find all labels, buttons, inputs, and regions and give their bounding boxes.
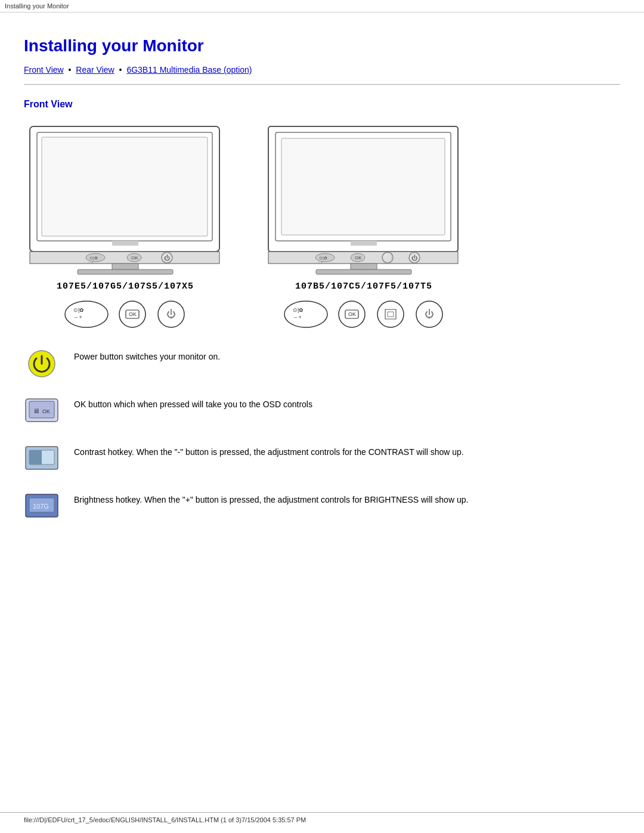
svg-text:🖥: 🖥 [33, 407, 39, 414]
svg-text:⊙|✿: ⊙|✿ [89, 256, 98, 261]
power-button-icon [27, 349, 57, 379]
monitor-1-buttons: ⊙|✿ – + OK ⏻ [63, 298, 188, 330]
feature-text-ok: OK button which when pressed will take y… [74, 396, 312, 411]
nav-link-rear-view[interactable]: Rear View [76, 65, 114, 75]
svg-text:– +: – + [318, 261, 323, 264]
feature-row-brightness: 107G Brightness hotkey. When the "+" but… [24, 491, 620, 522]
section-divider [24, 84, 620, 85]
features-list: Power button switches your monitor on. 🖥… [24, 348, 620, 522]
monitor2-button3-icon [374, 298, 407, 330]
monitor1-button1-icon: ⊙|✿ – + [63, 298, 110, 330]
svg-text:⏻: ⏻ [164, 255, 170, 261]
browser-tab: Installing your Monitor [0, 0, 644, 13]
svg-rect-24 [281, 138, 445, 235]
svg-text:OK: OK [348, 311, 356, 317]
monitor-2-label: 107B5/107C5/107F5/107T5 [295, 281, 432, 292]
svg-text:⬜: ⬜ [385, 254, 392, 262]
monitor-2-diagram: ⊙|✿ – + OK ⬜ ⏻ 107B5/107C5/107F5/107T5 [262, 122, 465, 330]
power-button-icon-container [24, 348, 60, 379]
contrast-button-icon-container [24, 444, 60, 475]
monitor-1-image: ⊙|✿ – + OK ⏻ [24, 122, 227, 277]
svg-text:OK: OK [42, 408, 50, 414]
contrast-button-icon [24, 444, 59, 474]
svg-rect-4 [30, 252, 219, 264]
feature-text-brightness: Brightness hotkey. When the "+" button i… [74, 491, 468, 506]
svg-rect-5 [112, 264, 138, 270]
feature-row-contrast: Contrast hotkey. When the "-" button is … [24, 444, 620, 475]
monitor1-button2-icon: OK [116, 298, 149, 330]
svg-rect-54 [29, 450, 42, 465]
brightness-button-icon-container: 107G [24, 491, 60, 522]
tab-title: Installing your Monitor [5, 2, 69, 10]
nav-link-front-view[interactable]: Front View [24, 65, 64, 75]
svg-rect-25 [351, 241, 377, 246]
svg-rect-2 [42, 137, 208, 236]
feature-row-ok: 🖥 OK OK button which when pressed will t… [24, 396, 620, 427]
monitor2-button4-icon: ⏻ [413, 298, 446, 330]
svg-rect-28 [316, 270, 411, 274]
svg-text:– +: – + [88, 261, 94, 264]
footer: file:///D|/EDFU/crt_17_5/edoc/ENGLISH/IN… [0, 812, 644, 827]
nav-sep-2: • [119, 65, 122, 75]
svg-text:⊙|✿: ⊙|✿ [319, 256, 327, 261]
svg-text:OK: OK [355, 255, 362, 261]
monitor2-button1-icon: ⊙|✿ – + [282, 298, 330, 330]
svg-point-38 [284, 301, 327, 327]
svg-text:⏻: ⏻ [425, 309, 434, 319]
nav-link-multimedia-base[interactable]: 6G3B11 Multimedia Base (option) [126, 65, 252, 75]
monitor-2-buttons: ⊙|✿ – + OK ⏻ [282, 298, 446, 330]
svg-text:OK: OK [131, 255, 138, 261]
nav-links: Front View • Rear View • 6G3B11 Multimed… [24, 65, 620, 75]
svg-rect-27 [351, 264, 377, 270]
svg-rect-6 [78, 270, 173, 274]
monitor2-button2-icon: OK [336, 298, 369, 330]
ok-button-icon: 🖥 OK [24, 397, 59, 426]
front-view-section: Front View [24, 99, 620, 522]
brightness-button-icon: 107G [24, 492, 59, 522]
svg-text:OK: OK [129, 311, 137, 317]
feature-text-contrast: Contrast hotkey. When the "-" button is … [74, 444, 464, 459]
feature-row-power: Power button switches your monitor on. [24, 348, 620, 379]
monitors-row: ⊙|✿ – + OK ⏻ 107E5/107G5/107S5/107X5 [24, 122, 620, 330]
svg-text:⊙|✿: ⊙|✿ [73, 307, 84, 313]
svg-text:⏻: ⏻ [166, 309, 176, 319]
section-title-front: Front View [24, 99, 620, 110]
svg-text:⊙|✿: ⊙|✿ [293, 307, 304, 313]
svg-point-14 [65, 301, 108, 327]
ok-button-icon-container: 🖥 OK [24, 396, 60, 427]
monitor-2-image: ⊙|✿ – + OK ⬜ ⏻ [262, 122, 465, 277]
svg-text:⏻: ⏻ [411, 255, 417, 261]
footer-text: file:///D|/EDFU/crt_17_5/edoc/ENGLISH/IN… [24, 816, 306, 823]
svg-text:–  +: – + [75, 314, 82, 320]
page-title: Installing your Monitor [24, 36, 620, 55]
svg-text:107G: 107G [33, 503, 49, 510]
svg-text:–  +: – + [294, 314, 302, 320]
monitor1-button3-icon: ⏻ [155, 298, 188, 330]
feature-text-power: Power button switches your monitor on. [74, 348, 220, 363]
monitor-1-diagram: ⊙|✿ – + OK ⏻ 107E5/107G5/107S5/107X5 [24, 122, 227, 330]
nav-sep-1: • [69, 65, 72, 75]
svg-rect-3 [112, 241, 138, 246]
monitor-1-label: 107E5/107G5/107S5/107X5 [57, 281, 194, 292]
svg-point-44 [377, 301, 404, 327]
